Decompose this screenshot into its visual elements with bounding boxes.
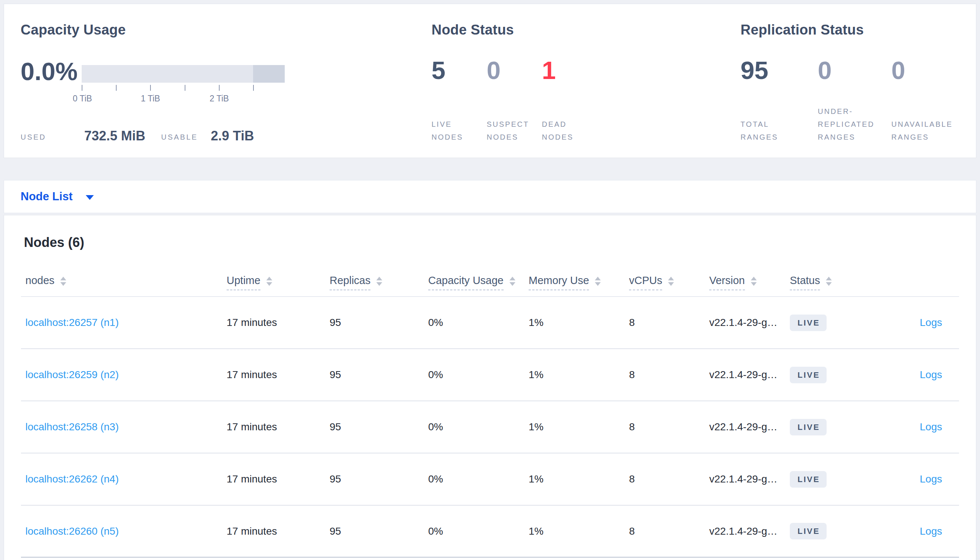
replicas-cell: 95 [329, 525, 428, 537]
sort-up-triangle-icon [595, 277, 601, 280]
column-header[interactable]: Uptime [227, 275, 329, 290]
logs-link[interactable]: Logs [920, 421, 942, 432]
table-row: localhost:26262 (n4) 17 minutes 95 0% 1%… [21, 453, 959, 506]
node-link[interactable]: localhost:26260 (n5) [25, 525, 119, 537]
memory-use-cell: 1% [528, 525, 629, 537]
status-badge: LIVE [790, 523, 826, 539]
node-link[interactable]: localhost:26259 (n2) [25, 369, 119, 380]
status-badge: LIVE [790, 471, 826, 488]
sort-icon[interactable] [595, 277, 601, 286]
capacity-axis-tick [116, 85, 117, 91]
sort-icon[interactable] [510, 277, 515, 286]
under-replicated-ranges-count: 0 [818, 55, 891, 85]
replicas-cell: 95 [329, 369, 428, 381]
status-badge: LIVE [790, 367, 826, 383]
vcpus-cell: 8 [629, 369, 709, 381]
sort-down-triangle-icon [376, 282, 382, 286]
node-link[interactable]: localhost:26257 (n1) [25, 317, 119, 328]
sort-up-triangle-icon [751, 277, 757, 280]
memory-use-cell: 1% [528, 421, 629, 433]
sort-down-triangle-icon [668, 282, 674, 286]
column-header[interactable]: nodes [25, 275, 227, 290]
suspect-nodes-label: SUSPECT NODES [487, 118, 535, 144]
sort-icon[interactable] [266, 277, 272, 286]
capacity-axis-tick [219, 85, 220, 91]
live-nodes-count: 5 [431, 55, 487, 85]
vcpus-cell: 8 [629, 473, 709, 485]
uptime-cell: 17 minutes [227, 421, 329, 433]
column-header-label: Status [790, 275, 820, 290]
sort-down-triangle-icon [595, 282, 601, 286]
uptime-cell: 17 minutes [227, 369, 329, 381]
view-selector-bar: Node List [4, 180, 976, 213]
sort-up-triangle-icon [668, 277, 674, 280]
replicas-cell: 95 [329, 473, 428, 485]
replicas-cell: 95 [329, 317, 428, 328]
capacity-overflow-segment [253, 65, 285, 83]
node-link[interactable]: localhost:26258 (n3) [25, 421, 119, 432]
cluster-summary-panel: Capacity Usage 0.0% 0 TiB 1 TiB 2 T [4, 4, 976, 158]
dead-nodes-label: DEAD NODES [542, 118, 590, 144]
column-header[interactable]: vCPUs [629, 275, 709, 290]
version-cell: v22.1.4-29-g… [709, 317, 790, 328]
axis-label-1tib: 1 TiB [141, 94, 160, 103]
capacity-usage-cell: 0% [428, 421, 528, 433]
sort-up-triangle-icon [826, 277, 832, 280]
capacity-usage-section: Capacity Usage 0.0% 0 TiB 1 TiB 2 T [21, 22, 352, 144]
table-body: localhost:26257 (n1) 17 minutes 95 0% 1%… [21, 297, 959, 558]
total-ranges-count: 95 [741, 55, 818, 85]
logs-link[interactable]: Logs [920, 369, 942, 380]
sort-up-triangle-icon [376, 277, 382, 280]
vcpus-cell: 8 [629, 317, 709, 328]
sort-icon[interactable] [751, 277, 757, 286]
nodes-panel: Nodes (6) nodes Uptime Replicas Capacity… [4, 215, 976, 560]
capacity-usage-cell: 0% [428, 473, 528, 485]
logs-link[interactable]: Logs [920, 317, 942, 328]
column-header-label: Version [709, 275, 745, 290]
capacity-usage-cell: 0% [428, 317, 528, 328]
nodes-table: nodes Uptime Replicas Capacity Usage Mem… [21, 267, 959, 558]
node-link[interactable]: localhost:26262 (n4) [25, 473, 119, 485]
column-header[interactable]: Memory Use [528, 275, 629, 290]
vcpus-cell: 8 [629, 525, 709, 537]
node-list-dropdown-label: Node List [21, 190, 72, 203]
capacity-axis-tick [150, 85, 151, 91]
used-label: USED [21, 133, 46, 142]
column-header-label: Replicas [329, 275, 370, 290]
used-value: 732.5 MiB [84, 128, 145, 144]
logs-link[interactable]: Logs [920, 525, 942, 537]
capacity-axis-labels: 0 TiB 1 TiB 2 TiB [82, 94, 285, 105]
sort-up-triangle-icon [510, 277, 515, 280]
vcpus-cell: 8 [629, 421, 709, 433]
column-header-label: nodes [25, 275, 54, 290]
status-badge: LIVE [790, 419, 826, 435]
sort-up-triangle-icon [266, 277, 272, 280]
sort-up-triangle-icon [60, 277, 66, 280]
table-row: localhost:26257 (n1) 17 minutes 95 0% 1%… [21, 297, 959, 349]
version-cell: v22.1.4-29-g… [709, 525, 790, 537]
capacity-usage-bar-chart: 0 TiB 1 TiB 2 TiB [82, 65, 285, 83]
unavailable-ranges-label: UNAVAILABLE RANGES [891, 118, 957, 144]
live-nodes-label: LIVE NODES [431, 118, 480, 144]
node-list-dropdown[interactable]: Node List [21, 180, 94, 213]
column-header[interactable]: Status [790, 275, 868, 290]
sort-icon[interactable] [826, 277, 832, 286]
nodes-section-title: Nodes (6) [4, 215, 976, 251]
sort-icon[interactable] [60, 277, 66, 286]
logs-link[interactable]: Logs [920, 473, 942, 485]
total-ranges-label: TOTAL RANGES [741, 118, 806, 144]
column-header-label: Memory Use [528, 275, 589, 290]
replicas-cell: 95 [329, 421, 428, 433]
sort-icon[interactable] [376, 277, 382, 286]
suspect-nodes-count: 0 [487, 55, 542, 85]
sort-icon[interactable] [668, 277, 674, 286]
under-replicated-ranges-label: UNDER-REPLICATED RANGES [818, 105, 883, 144]
capacity-axis-ticks [82, 85, 285, 91]
column-header[interactable]: Capacity Usage [428, 275, 528, 290]
node-status-section: Node Status 501 LIVE NODESSUSPECT NODESD… [431, 22, 711, 144]
column-header[interactable]: Replicas [329, 275, 428, 290]
memory-use-cell: 1% [528, 369, 629, 381]
capacity-usage-bar [82, 65, 285, 83]
table-row: localhost:26260 (n5) 17 minutes 95 0% 1%… [21, 506, 959, 558]
column-header[interactable]: Version [709, 275, 790, 290]
